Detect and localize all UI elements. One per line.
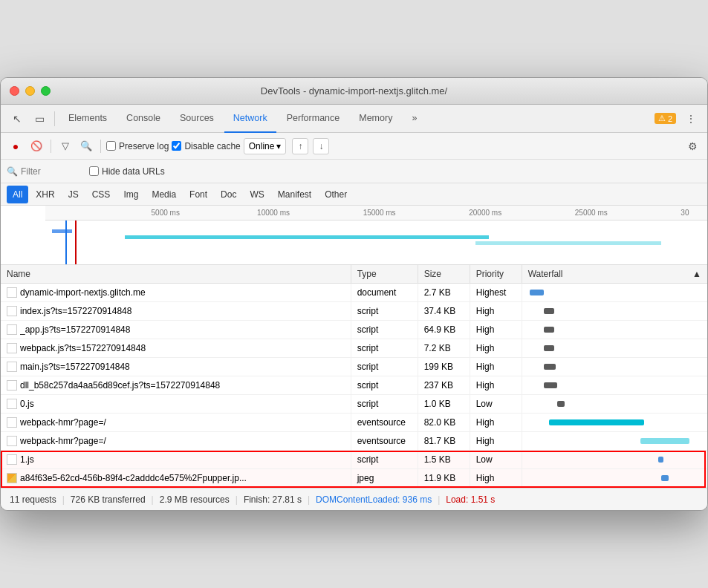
col-header-waterfall[interactable]: Waterfall ▲ [522, 265, 707, 284]
clear-button[interactable]: 🚫 [27, 137, 45, 155]
preserve-log-label[interactable]: Preserve log [106, 141, 169, 151]
file-name: webpack-hmr?page=/ [20, 417, 106, 428]
file-size: 1.0 KB [418, 395, 470, 414]
tab-more[interactable]: » [403, 105, 426, 133]
file-name: webpack-hmr?page=/ [20, 436, 106, 446]
waterfall-cell [522, 321, 707, 339]
timeline-area: 5000 ms 10000 ms 15000 ms 20000 ms 25000… [1, 206, 707, 265]
load-time: Load: 1.51 s [446, 494, 495, 505]
tab-performance[interactable]: Performance [278, 105, 349, 133]
file-priority: High [470, 339, 522, 358]
file-type: eventsource [351, 414, 418, 432]
type-filter-all[interactable]: All [7, 186, 28, 203]
file-type: script [351, 395, 418, 414]
type-filter-other[interactable]: Other [319, 186, 353, 203]
settings-button[interactable]: ⚙ [683, 137, 701, 155]
import-button[interactable]: ↑ [292, 138, 308, 154]
throttle-select[interactable]: Online ▾ [244, 138, 287, 154]
waterfall-cell [522, 302, 707, 321]
resources-size: 2.9 MB resources [160, 494, 230, 505]
file-size: 37.4 KB [418, 302, 470, 321]
device-icon[interactable]: ▭ [29, 108, 50, 129]
file-priority: High [470, 321, 522, 339]
file-name: webpack.js?ts=1572270914848 [20, 343, 146, 353]
file-type: script [351, 358, 418, 376]
waterfall-cell [522, 358, 707, 376]
waterfall-cell [522, 432, 707, 451]
file-type: script [351, 376, 418, 395]
warning-badge[interactable]: ⚠ 2 [655, 113, 676, 124]
waterfall-cell [522, 395, 707, 414]
table-row[interactable]: webpack.js?ts=1572270914848script7.2 KBH… [1, 339, 707, 358]
table-row[interactable]: dll_b58c257da4aa56d89cef.js?ts=157227091… [1, 376, 707, 395]
col-header-priority[interactable]: Priority [470, 265, 522, 284]
table-row[interactable]: main.js?ts=1572270914848script199 KBHigh [1, 358, 707, 376]
ruler-mark-5000: 5000 ms [152, 209, 180, 217]
toolbar-extras: ⚠ 2 ⋮ [655, 108, 701, 129]
table-row[interactable]: _app.js?ts=1572270914848script64.9 KBHig… [1, 321, 707, 339]
type-filter-doc[interactable]: Doc [215, 186, 242, 203]
type-filter-xhr[interactable]: XHR [30, 186, 60, 203]
file-priority: High [470, 414, 522, 432]
col-header-size[interactable]: Size [418, 265, 470, 284]
disable-cache-checkbox[interactable] [172, 141, 181, 151]
type-filter-css[interactable]: CSS [86, 186, 117, 203]
network-toolbar: ● 🚫 ▽ 🔍 Preserve log Disable cache Onlin… [1, 133, 707, 160]
preserve-log-checkbox[interactable] [106, 141, 116, 151]
table-row[interactable]: webpack-hmr?page=/eventsource82.0 KBHigh [1, 414, 707, 432]
table-row[interactable]: 0.jsscript1.0 KBLow [1, 395, 707, 414]
hide-data-urls-checkbox[interactable] [89, 166, 99, 176]
dom-content-loaded: DOMContentLoaded: 936 ms [316, 494, 432, 505]
ruler-mark-10000: 10000 ms [257, 209, 290, 217]
table-row[interactable]: 1.jsscript1.5 KBLow [1, 451, 707, 469]
table-row[interactable]: webpack-hmr?page=/eventsource81.7 KBHigh [1, 432, 707, 451]
type-filter-img[interactable]: Img [117, 186, 144, 203]
type-filter-js[interactable]: JS [62, 186, 85, 203]
type-filter-manifest[interactable]: Manifest [272, 186, 317, 203]
table-row[interactable]: index.js?ts=1572270914848script37.4 KBHi… [1, 302, 707, 321]
search-button[interactable]: 🔍 [77, 137, 95, 155]
more-options-button[interactable]: ⋮ [681, 108, 701, 129]
col-header-type[interactable]: Type [351, 265, 418, 284]
close-button[interactable] [10, 86, 19, 96]
tab-network[interactable]: Network [224, 105, 276, 133]
file-name: dynamic-import-nextjs.glitch.me [20, 287, 146, 298]
type-filter-font[interactable]: Font [184, 186, 213, 203]
ruler-mark-30: 30 [681, 209, 689, 217]
tab-separator [54, 111, 55, 126]
tab-elements[interactable]: Elements [59, 105, 116, 133]
export-button[interactable]: ↓ [313, 138, 329, 154]
file-size: 237 KB [418, 376, 470, 395]
maximize-button[interactable] [41, 86, 51, 96]
table-row[interactable]: a84f63e5-62cd-456b-89f4-c2adddc4e575%2Fp… [1, 469, 707, 488]
filter-bar: 🔍 Hide data URLs [1, 160, 707, 183]
col-header-name[interactable]: Name [1, 265, 351, 284]
cursor-icon[interactable]: ↖ [7, 108, 27, 129]
status-bar: 11 requests | 726 KB transferred | 2.9 M… [1, 488, 707, 510]
tab-console[interactable]: Console [117, 105, 169, 133]
tab-sources[interactable]: Sources [171, 105, 223, 133]
requests-count: 11 requests [10, 494, 56, 505]
filter-button[interactable]: ▽ [56, 137, 74, 155]
timeline-bar-eventsource-1 [125, 235, 489, 239]
finish-time: Finish: 27.81 s [244, 494, 302, 505]
type-filter-media[interactable]: Media [146, 186, 182, 203]
file-size: 7.2 KB [418, 339, 470, 358]
hide-data-urls-label[interactable]: Hide data URLs [89, 166, 165, 177]
type-filter-ws[interactable]: WS [244, 186, 270, 203]
file-name: dll_b58c257da4aa56d89cef.js?ts=157227091… [20, 380, 220, 391]
traffic-lights [10, 86, 51, 96]
ruler-mark-15000: 15000 ms [363, 209, 396, 217]
file-name: index.js?ts=1572270914848 [20, 306, 131, 316]
tab-memory[interactable]: Memory [350, 105, 401, 133]
dom-loaded-line [65, 220, 67, 264]
record-button[interactable]: ● [7, 137, 25, 155]
import-export-controls: ↑ ↓ [292, 138, 329, 154]
disable-cache-label[interactable]: Disable cache [172, 141, 240, 151]
table-row[interactable]: dynamic-import-nextjs.glitch.medocument2… [1, 284, 707, 302]
ruler-mark-20000: 20000 ms [469, 209, 501, 217]
minimize-button[interactable] [25, 86, 35, 96]
file-priority: High [470, 302, 522, 321]
load-line [75, 220, 77, 264]
filter-input[interactable] [21, 166, 80, 177]
